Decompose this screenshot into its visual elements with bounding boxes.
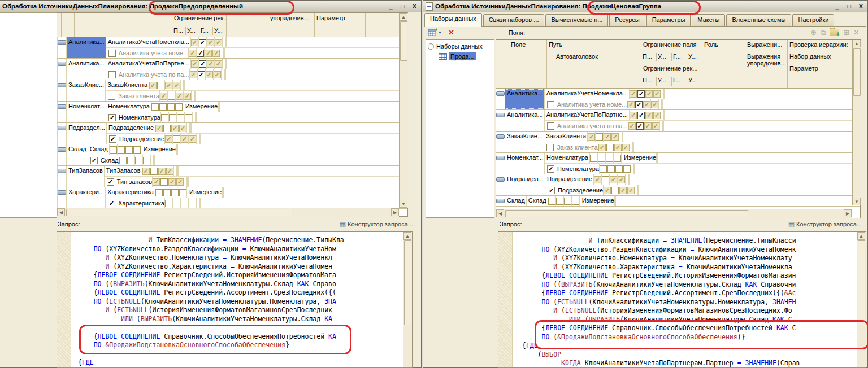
hierarchy-cell[interactable] [657,153,658,163]
checkbox-cell[interactable] [163,123,171,133]
unchecked-checkbox-icon[interactable] [547,101,554,108]
unchecked-checkbox-icon[interactable] [185,114,192,121]
gray-checked-checkbox-icon[interactable] [189,135,196,143]
checked-checkbox-icon[interactable] [548,187,555,194]
unchecked-checkbox-icon[interactable] [165,200,172,207]
gray-checked-checkbox-icon[interactable] [611,133,619,141]
group-main-row[interactable]: ХарактеристикаИзмерение [106,187,407,198]
unchecked-checkbox-icon[interactable] [175,103,183,111]
checkbox-cell[interactable] [206,69,214,80]
row-group-handle[interactable] [496,89,505,109]
gray-checked-checkbox-icon[interactable] [149,82,157,89]
scroll-up-icon[interactable]: ▲ [853,40,861,47]
unchecked-checkbox-icon[interactable] [548,198,555,205]
unchecked-checkbox-icon[interactable] [163,125,171,132]
checkbox-cell[interactable] [179,187,187,198]
row-group-handle[interactable] [58,102,67,122]
field-name-cell[interactable]: Аналитика... [67,59,106,80]
row-group-handle[interactable] [58,37,67,58]
checkbox-cell[interactable] [155,123,163,133]
group-child-row[interactable]: Тип запасов [105,177,407,187]
row-group-handle[interactable] [58,59,67,80]
unchecked-checkbox-icon[interactable] [127,157,134,164]
checkbox-cell[interactable] [185,112,193,122]
checkbox-cell[interactable] [159,102,167,112]
path-cell[interactable]: ЗаказКлиента [106,80,149,90]
path-cell[interactable]: Характеристика [106,187,155,198]
gray-checked-checkbox-icon[interactable] [604,187,611,194]
gray-checked-checkbox-icon[interactable] [176,178,184,186]
checkbox-cell[interactable] [177,112,185,122]
unchecked-checkbox-icon[interactable] [108,50,116,57]
checkbox-cell[interactable] [160,91,168,101]
unchecked-checkbox-icon[interactable] [163,189,171,196]
path-cell[interactable]: Склад [527,196,548,206]
gray-checked-checkbox-icon[interactable] [207,39,214,46]
path-cell[interactable]: Номенклатура [545,153,590,163]
path-cell[interactable]: АналитикаУчетаПоПартне... [545,110,630,120]
checkbox-cell[interactable] [165,134,173,144]
role-cell[interactable]: Измерение [622,153,657,163]
hierarchy-cell[interactable] [639,185,639,195]
maximize-button[interactable]: □ [845,3,853,10]
checkbox-cell[interactable] [653,89,661,99]
unchecked-checkbox-icon[interactable] [606,144,614,151]
hierarchy-cell[interactable] [663,121,664,131]
checkbox-cell[interactable] [630,110,637,120]
group-main-row[interactable]: АналитикаУчетаПоПартне... [545,110,860,121]
unchecked-checkbox-icon[interactable] [118,146,125,154]
scroll-thumb[interactable] [400,21,407,61]
close-button[interactable]: X [857,3,865,10]
scroll-right-icon[interactable]: ▶ [391,208,399,216]
field-name-cell[interactable]: ТипЗапасов [67,166,105,187]
checkbox-cell[interactable] [607,164,615,174]
checkbox-cell[interactable] [614,142,622,152]
checkbox-cell[interactable] [176,177,184,187]
path-cell[interactable]: АналитикаУчетаНоменкла... [545,89,630,99]
checkbox-cell[interactable] [168,177,176,187]
checkbox-cell[interactable] [214,69,222,80]
path-cell[interactable]: Подразделение [545,185,604,195]
checkbox-cell[interactable] [636,121,644,131]
scroll-left-icon[interactable]: ◀ [57,208,65,216]
gray-checked-checkbox-icon[interactable] [653,90,661,98]
collapse-icon[interactable] [428,43,434,50]
gray-checked-checkbox-icon[interactable] [630,112,637,119]
unchecked-checkbox-icon[interactable] [596,133,603,141]
field-name-cell[interactable]: Аналитика... [67,37,106,58]
gray-checked-checkbox-icon[interactable] [165,135,172,143]
gray-checked-checkbox-icon[interactable] [181,135,188,143]
unchecked-checkbox-icon[interactable] [108,71,116,78]
fields-vscrollbar-left[interactable]: ▲ ▼ [399,13,408,208]
field-name-cell[interactable]: Характери... [67,187,106,208]
gray-checked-checkbox-icon[interactable] [645,90,653,98]
gray-checked-checkbox-icon[interactable] [598,144,606,151]
checkbox-cell[interactable] [133,144,141,155]
row-group-handle[interactable] [496,174,505,195]
row-group-handle[interactable] [496,196,505,206]
checkbox-cell[interactable] [165,198,173,208]
checked-checkbox-icon[interactable] [635,101,643,108]
path-cell[interactable]: Заказ клиента [544,142,598,152]
field-name-cell[interactable]: Аналитика... [505,110,545,131]
path-cell[interactable]: Номенклатура [106,102,151,112]
checkbox-cell[interactable] [175,102,183,112]
field-name-cell[interactable]: ЗаказКлие... [505,132,544,152]
unchecked-checkbox-icon[interactable] [155,189,163,196]
gray-checked-checkbox-icon[interactable] [619,187,627,194]
checkbox-cell[interactable] [637,110,645,120]
checkbox-cell[interactable] [181,134,189,144]
gray-checked-checkbox-icon[interactable] [212,50,220,57]
checkbox-cell[interactable] [611,185,619,195]
unchecked-checkbox-icon[interactable] [151,103,159,111]
checked-checkbox-icon[interactable] [199,60,206,68]
checkbox-cell[interactable] [630,89,637,99]
minimize-button[interactable]: _ [387,3,395,10]
tab-3[interactable]: Вычисляемые п... [545,14,608,26]
checkbox-cell[interactable] [556,196,564,206]
group-child-row[interactable]: Заказ клиента [106,91,407,101]
gray-checked-checkbox-icon[interactable] [189,50,196,57]
query-vscrollbar-left[interactable]: ▲ [403,232,412,368]
gray-checked-checkbox-icon[interactable] [165,82,172,89]
row-group-handle[interactable] [58,144,67,165]
